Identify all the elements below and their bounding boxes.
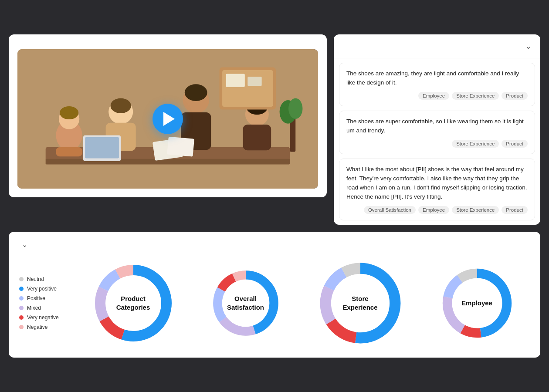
chart-wrapper: Employee — [438, 264, 516, 342]
topics-header: ⌄ — [19, 240, 530, 249]
charts-row: ProductCategoriesOverallSatisfactionStor… — [76, 257, 530, 349]
transcript-chevron-icon[interactable]: ⌄ — [525, 41, 532, 51]
transcript-tag: Product — [502, 92, 528, 100]
topics-chevron-icon[interactable]: ⌄ — [22, 240, 27, 249]
svg-point-22 — [288, 98, 302, 119]
transcript-card-text: What I like the most about [PII] shoes i… — [346, 165, 528, 202]
svg-rect-2 — [46, 159, 290, 165]
svg-rect-19 — [167, 137, 194, 157]
legend-label: Very positive — [27, 286, 57, 292]
transcript-card-text: The shoes are amazing, they are light an… — [346, 69, 528, 88]
svg-rect-25 — [226, 74, 245, 87]
transcript-tag: Employee — [418, 92, 449, 100]
transcript-tag: Store Experience — [452, 92, 499, 100]
transcript-tag: Overall Satisfaction — [364, 206, 416, 214]
donut-label: StoreExperience — [342, 294, 377, 311]
legend: NeutralVery positivePositiveMixedVery ne… — [19, 276, 67, 330]
legend-item: Mixed — [19, 305, 67, 311]
transcript-card: The shoes are amazing, they are light an… — [339, 63, 535, 106]
donut-label: ProductCategories — [116, 294, 150, 311]
legend-item: Neutral — [19, 276, 67, 282]
legend-dot — [19, 306, 24, 310]
charts-area: NeutralVery positivePositiveMixedVery ne… — [19, 257, 530, 349]
transcript-tag: Store Experience — [452, 206, 499, 214]
transcript-cards: The shoes are amazing, they are light an… — [334, 58, 540, 224]
legend-item: Positive — [19, 295, 67, 301]
transcript-card-tags: Store ExperienceProduct — [346, 140, 528, 148]
legend-label: Mixed — [27, 305, 41, 311]
legend-item: Negative — [19, 324, 67, 330]
legend-dot — [19, 296, 24, 301]
legend-dot — [19, 287, 24, 291]
transcript-card-tags: Overall SatisfactionEmployeeStore Experi… — [346, 206, 528, 214]
transcript-header: ⌄ — [334, 34, 540, 58]
transcript-panel: ⌄ The shoes are amazing, they are light … — [334, 34, 540, 224]
donut-label: OverallSatisfaction — [227, 294, 264, 311]
legend-label: Very negative — [27, 314, 59, 321]
play-icon — [163, 112, 175, 126]
legend-item: Very positive — [19, 286, 67, 292]
svg-point-11 — [185, 84, 207, 101]
transcript-card-tags: EmployeeStore ExperienceProduct — [346, 92, 528, 100]
transcript-card: The shoes are super comfortable, so I li… — [339, 111, 535, 154]
chart-wrapper: ProductCategories — [90, 260, 177, 347]
chart-wrapper: OverallSatisfaction — [209, 266, 283, 340]
transcript-tag: Store Experience — [452, 140, 499, 148]
main-container: ⌄ The shoes are amazing, they are light … — [9, 34, 540, 357]
transcript-tag: Employee — [418, 206, 449, 214]
legend-label: Positive — [27, 295, 45, 301]
legend-label: Negative — [27, 324, 47, 330]
transcript-card: What I like the most about [PII] shoes i… — [339, 159, 535, 220]
svg-point-6 — [60, 106, 78, 119]
svg-rect-26 — [247, 77, 261, 86]
legend-dot — [19, 277, 24, 281]
legend-item: Very negative — [19, 314, 67, 321]
legend-label: Neutral — [27, 276, 44, 282]
donut-container: Employee — [438, 264, 516, 342]
transcript-card-text: The shoes are super comfortable, so I li… — [346, 117, 528, 135]
video-panel — [9, 34, 327, 197]
svg-rect-15 — [243, 125, 271, 150]
donut-container: OverallSatisfaction — [209, 266, 283, 340]
transcript-tag: Product — [502, 206, 528, 214]
top-row: ⌄ The shoes are amazing, they are light … — [9, 34, 540, 224]
video-thumbnail[interactable] — [17, 49, 318, 189]
legend-dot — [19, 315, 24, 320]
svg-rect-17 — [85, 137, 119, 159]
svg-point-8 — [110, 98, 131, 114]
play-button[interactable] — [152, 104, 183, 134]
transcript-tag: Product — [502, 140, 528, 148]
donut-container: StoreExperience — [315, 257, 406, 349]
bottom-panel: ⌄ NeutralVery positivePositiveMixedVery … — [9, 232, 540, 358]
donut-label: Employee — [461, 299, 492, 308]
svg-rect-4 — [56, 147, 82, 157]
chart-wrapper: StoreExperience — [315, 257, 406, 349]
donut-container: ProductCategories — [90, 260, 177, 347]
legend-dot — [19, 325, 24, 329]
